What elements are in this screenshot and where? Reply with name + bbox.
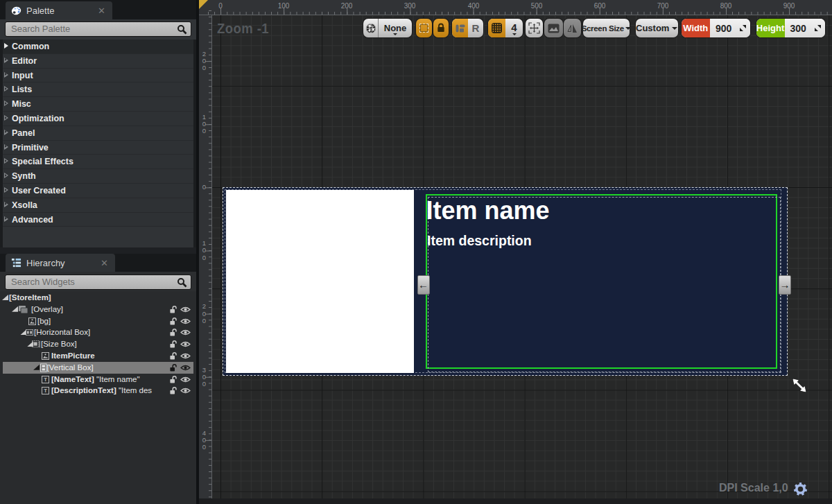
svg-text:T: T [44, 388, 47, 394]
svg-text:T: T [44, 376, 47, 383]
